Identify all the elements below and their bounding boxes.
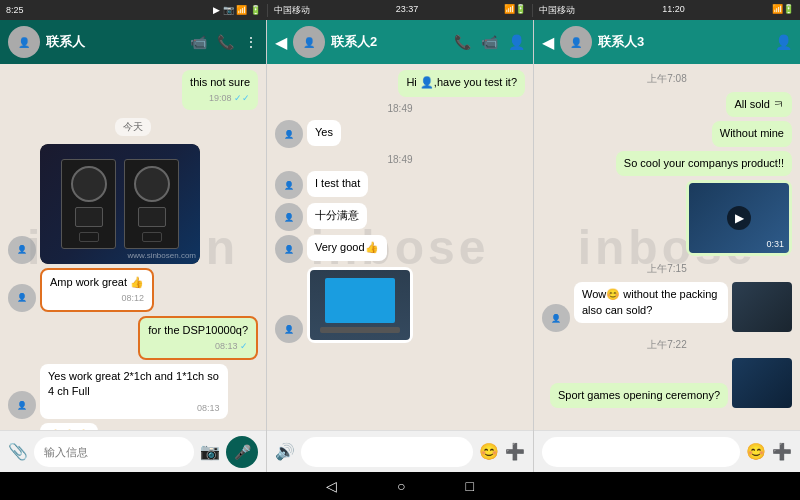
bubble-text: So cool your companys product!! xyxy=(624,157,784,169)
video-bubble-container: ▶ 0:31 xyxy=(686,180,792,256)
chat-bubble-received: Yes xyxy=(307,120,341,145)
time-mid: 23:37 xyxy=(396,4,419,17)
nav-bar: ◁ ○ □ xyxy=(0,472,800,500)
chat-bubble-sent: So cool your companys product!! xyxy=(616,151,792,176)
bubble-time: 19:08 ✓✓ xyxy=(190,92,250,105)
bubble-text: Sport games opening ceremony? xyxy=(558,389,720,401)
message-input-3[interactable] xyxy=(542,437,740,467)
status-bar-left: 8:25 ▶ 📷 📶 🔋 xyxy=(0,5,267,15)
status-bar: 8:25 ▶ 📷 📶 🔋 中国移动 23:37 📶🔋 中国移动 11:20 📶🔋 xyxy=(0,0,800,20)
avatar-sm: 👤 xyxy=(275,120,303,148)
timestamp: 18:49 xyxy=(387,154,412,165)
status-bar-right: 中国移动 11:20 📶🔋 xyxy=(533,4,800,17)
video-icon[interactable]: 📹 xyxy=(481,34,498,50)
avatar-sm: 👤 xyxy=(8,236,36,264)
emoji-icon[interactable]: 😊 xyxy=(479,442,499,461)
avatar-sm: 👤 xyxy=(275,171,303,199)
bubble-time: 08:13 ✓ xyxy=(148,340,248,353)
msg-row: 👤 Yes work great 2*1ch and 1*1ch so 4 ch… xyxy=(8,364,258,419)
home-nav-button[interactable]: ○ xyxy=(397,478,405,494)
emoji-icon-3[interactable]: 😊 xyxy=(746,442,766,461)
laptop-base xyxy=(320,327,400,333)
recents-nav-button[interactable]: □ xyxy=(466,478,474,494)
speaker-image xyxy=(40,144,200,264)
voice-call-icon[interactable]: 📞 xyxy=(217,34,234,50)
chat-bubble-sent: for the DSP10000q? 08:13 ✓ xyxy=(138,316,258,360)
panel3-input: 😊 ➕ xyxy=(534,430,800,472)
back-button[interactable]: ◀ xyxy=(275,33,287,52)
msg-row: 👤 Yes xyxy=(275,120,525,148)
status-bar-mid: 中国移动 23:37 📶🔋 xyxy=(267,4,533,17)
bubble-text: All sold ㅋ xyxy=(734,98,784,110)
mic-button[interactable]: 🎤 xyxy=(226,436,258,468)
thumbnail-image-2 xyxy=(732,358,792,408)
bubble-time: 08:12 xyxy=(50,292,144,305)
panel2-icons: 📞 📹 👤 xyxy=(454,34,525,50)
timestamp: 上午7:22 xyxy=(647,338,686,352)
bubble-text: Wow😊 without the packing also can sold? xyxy=(582,288,717,315)
laptop-image xyxy=(310,270,410,340)
panel3-icons: 👤 xyxy=(775,34,792,50)
play-button[interactable]: ▶ xyxy=(727,206,751,230)
msg-row: All sold ㅋ xyxy=(542,92,792,117)
msg-row: for the DSP10000q? 08:13 ✓ xyxy=(8,316,258,360)
panel2-avatar: 👤 xyxy=(293,26,325,58)
time-right: 11:20 xyxy=(662,4,685,17)
bubble-time: 08:13 xyxy=(48,402,220,415)
laptop-bubble xyxy=(307,267,413,343)
back-button-3[interactable]: ◀ xyxy=(542,33,554,52)
chat-bubble-sent: Without mine xyxy=(712,121,792,146)
chat-bubble-received: Very good👍 xyxy=(307,235,387,260)
panel2-name: 联系人2 xyxy=(331,33,448,51)
msg-row: ▶ 0:31 xyxy=(542,180,792,256)
msg-row: 👤 十分满意 xyxy=(275,203,525,231)
panel1-name: 联系人 xyxy=(46,33,184,51)
msg-row: Hi 👤,have you test it? xyxy=(275,70,525,97)
video-call-icon[interactable]: 📹 xyxy=(190,34,207,50)
msg-row: 👤 Wow😊 without the packing also can sold… xyxy=(542,282,792,332)
bubble-text: Yes xyxy=(315,126,333,138)
chat-bubble-sent: Sport games opening ceremony? xyxy=(550,383,728,408)
bubble-text: Yes work great 2*1ch and 1*1ch so 4 ch F… xyxy=(48,370,219,397)
chat-bubble-received: 👍👍👍 08:25 ✓✓ xyxy=(40,423,98,430)
thumbnail-image xyxy=(732,282,792,332)
timestamp: 上午7:15 xyxy=(647,262,686,276)
message-input-2[interactable] xyxy=(301,437,473,467)
bubble-text: Hi 👤,have you test it? xyxy=(406,76,517,88)
video-bubble[interactable]: ▶ 0:31 xyxy=(689,183,789,253)
add-icon[interactable]: ➕ xyxy=(505,442,525,461)
carrier-mid: 中国移动 xyxy=(274,4,310,17)
panel1-icons: 📹 📞 ⋮ xyxy=(190,34,258,50)
person-icon[interactable]: 👤 xyxy=(508,34,525,50)
bubble-text: Very good👍 xyxy=(315,241,379,253)
image-bubble: www.sinbosen.com xyxy=(40,144,200,264)
menu-icon[interactable]: ⋮ xyxy=(244,34,258,50)
bubble-text: this not sure xyxy=(190,76,250,88)
phone-icon[interactable]: 📞 xyxy=(454,34,471,50)
person-icon-3[interactable]: 👤 xyxy=(775,34,792,50)
timestamp: 上午7:08 xyxy=(647,72,686,86)
attach-icon[interactable]: 📎 xyxy=(8,442,28,461)
add-icon-3[interactable]: ➕ xyxy=(772,442,792,461)
panel2-header: ◀ 👤 联系人2 📞 📹 👤 xyxy=(267,20,533,64)
sound-icon[interactable]: 🔊 xyxy=(275,442,295,461)
chat-panels: 👤 联系人 📹 📞 ⋮ inbosen this not sure 19:08 … xyxy=(0,20,800,472)
check-icon: ✓ xyxy=(240,341,248,351)
time-left: 8:25 xyxy=(6,5,24,15)
msg-row: Without mine xyxy=(542,121,792,146)
chat-bubble-received: 十分满意 xyxy=(307,203,367,228)
chat-bubble-sent: Hi 👤,have you test it? xyxy=(398,70,525,97)
panel2-input: 🔊 😊 ➕ xyxy=(267,430,533,472)
date-divider: 今天 xyxy=(115,118,151,136)
back-nav-button[interactable]: ◁ xyxy=(326,478,337,494)
panel3-name: 联系人3 xyxy=(598,33,769,51)
camera-icon[interactable]: 📷 xyxy=(200,442,220,461)
msg-row: 👤 Amp work great 👍 08:12 xyxy=(8,268,258,312)
chat-bubble-received: Wow😊 without the packing also can sold? xyxy=(574,282,728,323)
panel-3: ◀ 👤 联系人3 👤 inbose 上午7:08 All sold ㅋ With… xyxy=(534,20,800,472)
bubble-text: for the DSP10000q? xyxy=(148,324,248,336)
message-input[interactable] xyxy=(34,437,194,467)
panel-2: ◀ 👤 联系人2 📞 📹 👤 inbose Hi 👤,have you test… xyxy=(267,20,534,472)
bubble-text: 十分满意 xyxy=(315,209,359,221)
check-icon: ✓✓ xyxy=(234,93,250,103)
